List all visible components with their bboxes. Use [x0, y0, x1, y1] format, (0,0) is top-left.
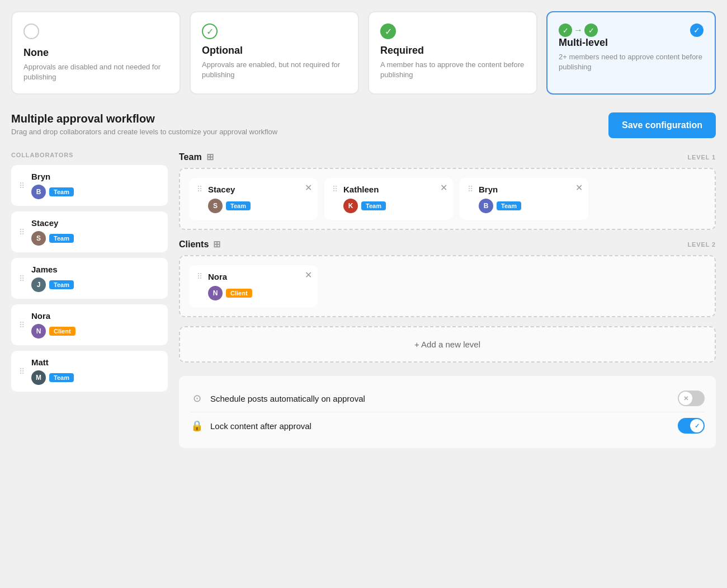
levels-container: Team ⊞ LEVEL 1 ⠿ Stacey S Team ✕: [179, 152, 716, 317]
approval-card-multilevel[interactable]: ✓ → ✓ ✓ Multi-level 2+ members need to a…: [546, 11, 716, 95]
workflow-subtitle: Drag and drop collaborators and create l…: [11, 128, 277, 136]
none-title: None: [23, 47, 168, 59]
level-name: Team ⊞: [179, 152, 214, 162]
collaborators-list: ⠿ Bryn B Team ⠿ Stacey S Team ⠿ James: [11, 165, 168, 392]
lock-label: Lock content after approval: [210, 421, 671, 431]
avatar: K: [343, 199, 358, 213]
none-icon: [23, 23, 168, 41]
person-card: ⠿ Kathleen K Team ✕: [324, 178, 453, 220]
badge-client: Client: [226, 289, 252, 298]
collab-name: James: [31, 265, 160, 274]
remove-person-button[interactable]: ✕: [305, 271, 312, 280]
person-info: Nora N Client: [208, 272, 310, 300]
avatar: B: [31, 185, 46, 199]
lock-toggle-thumb: ✓: [690, 419, 704, 432]
level-name-text: Team: [179, 152, 202, 162]
drag-handle[interactable]: ⠿: [197, 185, 202, 194]
person-card: ⠿ Nora N Client ✕: [189, 265, 318, 307]
collaborator-card[interactable]: ⠿ Bryn B Team: [11, 165, 168, 206]
level-dropzone[interactable]: ⠿ Nora N Client ✕: [179, 255, 716, 317]
collaborators-label: COLLABORATORS: [11, 152, 168, 158]
badge-team: Team: [497, 201, 521, 210]
schedule-toggle-row: ⊙ Schedule posts automatically on approv…: [190, 385, 705, 412]
avatar: N: [31, 324, 46, 338]
approval-card-none[interactable]: None Approvals are disabled and not need…: [11, 11, 181, 95]
person-row: S Team: [208, 199, 310, 213]
lock-toggle[interactable]: ✓: [678, 418, 705, 434]
collaborator-card[interactable]: ⠿ James J Team: [11, 258, 168, 299]
drag-handle[interactable]: ⠿: [197, 272, 202, 281]
optional-desc: Approvals are enabled, but not required …: [202, 60, 347, 80]
lock-icon: 🔒: [190, 420, 204, 432]
person-name: Stacey: [208, 185, 310, 194]
badge-team: Team: [361, 201, 386, 210]
drag-handle[interactable]: ⠿: [19, 181, 25, 190]
level-header: Team ⊞ LEVEL 1: [179, 152, 716, 162]
collab-info: Matt M Team: [31, 357, 160, 385]
collab-info: Nora N Client: [31, 311, 160, 338]
badge-client: Client: [49, 327, 75, 336]
badge-team: Team: [49, 234, 74, 243]
approval-type-cards: None Approvals are disabled and not need…: [11, 11, 716, 95]
level-edit-icon[interactable]: ⊞: [213, 239, 220, 250]
required-icon: ✓: [380, 23, 525, 39]
approval-card-optional[interactable]: ✓ Optional Approvals are enabled, but no…: [190, 11, 359, 95]
right-panel: Team ⊞ LEVEL 1 ⠿ Stacey S Team ✕: [179, 152, 716, 448]
drag-handle[interactable]: ⠿: [19, 321, 25, 330]
person-info: Kathleen K Team: [343, 185, 445, 213]
drag-handle[interactable]: ⠿: [19, 228, 25, 237]
avatar: S: [208, 199, 223, 213]
person-card: ⠿ Stacey S Team ✕: [189, 178, 318, 220]
remove-person-button[interactable]: ✕: [305, 184, 312, 192]
drag-handle[interactable]: ⠿: [19, 367, 25, 376]
person-card: ⠿ Bryn B Team ✕: [460, 178, 588, 220]
collab-row: J Team: [31, 277, 160, 292]
level-name-text: Clients: [179, 239, 209, 250]
drag-handle[interactable]: ⠿: [468, 185, 473, 194]
person-name: Nora: [208, 272, 310, 281]
person-row: N Client: [208, 286, 310, 300]
workflow-title: Multiple approval workflow: [11, 112, 277, 125]
collab-row: B Team: [31, 185, 160, 199]
drag-handle[interactable]: ⠿: [19, 274, 25, 283]
save-configuration-button[interactable]: Save configuration: [608, 112, 716, 138]
collab-row: M Team: [31, 370, 160, 385]
collaborator-card[interactable]: ⠿ Matt M Team: [11, 351, 168, 392]
optional-title: Optional: [202, 45, 347, 57]
clock-icon: ⊙: [190, 392, 204, 404]
required-desc: A member has to approve the content befo…: [380, 60, 525, 80]
collab-info: Stacey S Team: [31, 218, 160, 246]
level-dropzone[interactable]: ⠿ Stacey S Team ✕ ⠿ Kathleen K Team: [179, 168, 716, 230]
remove-person-button[interactable]: ✕: [575, 184, 583, 192]
level-edit-icon[interactable]: ⊞: [206, 152, 214, 162]
collaborator-card[interactable]: ⠿ Stacey S Team: [11, 211, 168, 252]
person-info: Stacey S Team: [208, 185, 310, 213]
collab-info: Bryn B Team: [31, 172, 160, 199]
level-section: Clients ⊞ LEVEL 2 ⠿ Nora N Client ✕: [179, 239, 716, 317]
drag-handle[interactable]: ⠿: [332, 185, 338, 194]
toggle-section: ⊙ Schedule posts automatically on approv…: [179, 376, 716, 448]
multilevel-icon: ✓ → ✓: [559, 23, 598, 37]
required-title: Required: [380, 45, 525, 57]
level-label: LEVEL 2: [687, 241, 716, 248]
remove-person-button[interactable]: ✕: [440, 184, 447, 192]
collab-name: Matt: [31, 357, 160, 367]
avatar: N: [208, 286, 223, 300]
collab-row: S Team: [31, 231, 160, 246]
person-row: B Team: [479, 199, 580, 213]
level-section: Team ⊞ LEVEL 1 ⠿ Stacey S Team ✕: [179, 152, 716, 230]
collab-name: Stacey: [31, 218, 160, 228]
level-name: Clients ⊞: [179, 239, 220, 250]
collaborator-card[interactable]: ⠿ Nora N Client: [11, 304, 168, 345]
person-info: Bryn B Team: [479, 185, 580, 213]
workflow-header: Multiple approval workflow Drag and drop…: [11, 112, 716, 138]
collab-name: Nora: [31, 311, 160, 321]
collab-row: N Client: [31, 324, 160, 338]
schedule-label: Schedule posts automatically on approval: [210, 394, 671, 403]
multilevel-title: Multi-level: [559, 37, 704, 49]
level-label: LEVEL 1: [687, 154, 716, 161]
approval-card-required[interactable]: ✓ Required A member has to approve the c…: [368, 11, 537, 95]
schedule-toggle-thumb: ✕: [679, 392, 692, 405]
schedule-toggle[interactable]: ✕: [678, 391, 705, 406]
add-new-level-button[interactable]: + Add a new level: [179, 326, 716, 363]
